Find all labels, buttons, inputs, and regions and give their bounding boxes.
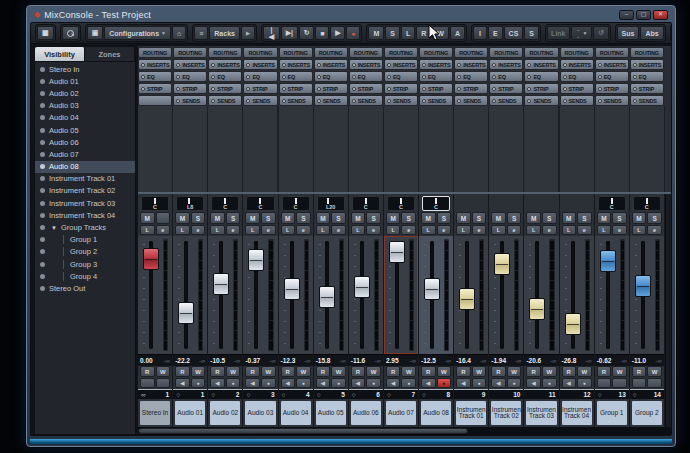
monitor-button[interactable]: ◀ <box>245 378 260 388</box>
channel-name[interactable]: Audio 08 <box>420 400 452 426</box>
read-button[interactable]: R <box>421 366 436 377</box>
pan-control[interactable]: C <box>282 196 310 211</box>
scrollbar-thumb[interactable] <box>138 428 468 434</box>
fader-cap[interactable] <box>284 278 300 300</box>
edit-button[interactable]: e <box>261 225 276 235</box>
read-button[interactable]: R <box>351 366 366 377</box>
write-button[interactable]: W <box>472 366 487 377</box>
stop-button[interactable]: ■ <box>315 26 329 40</box>
record-button[interactable]: ● <box>346 26 360 40</box>
solo-button[interactable]: S <box>577 212 592 224</box>
sus-button[interactable]: Sus <box>617 26 640 40</box>
solo-button[interactable] <box>156 212 171 224</box>
edit-button[interactable]: e <box>437 225 452 235</box>
sidebar-tab-visibility[interactable]: Visibility <box>35 47 85 61</box>
rack-strip[interactable]: STRIP <box>243 83 277 94</box>
horizontal-scrollbar[interactable] <box>138 427 671 435</box>
fader[interactable] <box>388 238 406 352</box>
rack-inserts[interactable]: INSERTS <box>349 59 383 70</box>
rack-sends[interactable]: SENDS <box>630 95 664 106</box>
rack-inserts[interactable]: INSERTS <box>489 59 523 70</box>
monitor-button[interactable] <box>632 378 647 388</box>
monitor-button[interactable]: ◀ <box>526 378 541 388</box>
global-a-button[interactable]: A <box>450 26 465 40</box>
write-button[interactable]: W <box>437 366 452 377</box>
write-button[interactable]: W <box>226 366 241 377</box>
mute-button[interactable]: M <box>456 212 471 224</box>
rack-routing[interactable]: ROUTING <box>524 47 558 58</box>
rack-strip[interactable]: STRIP <box>419 83 453 94</box>
rack-routing[interactable]: ROUTING <box>349 47 383 58</box>
edit-button[interactable]: e <box>647 225 662 235</box>
rack-routing[interactable]: ROUTING <box>419 47 453 58</box>
record-button[interactable]: ● <box>296 378 311 388</box>
edit-button[interactable]: e <box>296 225 311 235</box>
fader[interactable] <box>564 238 582 352</box>
fader-cap[interactable] <box>424 278 440 300</box>
sidebar-item-instrument-track-01[interactable]: ▼ Instrument Track 01 <box>35 173 135 185</box>
rack-eq[interactable]: EQ <box>630 71 664 82</box>
write-button[interactable]: W <box>507 366 522 377</box>
sidebar-item-stereo-out[interactable]: ▼ Stereo Out <box>35 282 135 294</box>
channel-name[interactable]: Instrumen Track 04 <box>561 400 593 426</box>
listen-button[interactable]: L <box>421 225 436 235</box>
listen-button[interactable]: L <box>210 225 225 235</box>
rack-strip[interactable]: STRIP <box>454 83 488 94</box>
read-button[interactable]: R <box>281 366 296 377</box>
sidebar-tab-zones[interactable]: Zones <box>85 47 135 61</box>
record-button[interactable] <box>612 378 627 388</box>
solo-button[interactable]: S <box>647 212 662 224</box>
edit-button[interactable]: e <box>191 225 206 235</box>
channel-name[interactable]: Audio 07 <box>385 400 417 426</box>
channel-name[interactable]: Audio 01 <box>174 400 206 426</box>
mute-button[interactable]: M <box>562 212 577 224</box>
sidebar-item-audio-06[interactable]: ▼ Audio 06 <box>35 136 135 148</box>
rack-strip[interactable]: STRIP <box>314 83 348 94</box>
rack-routing[interactable]: ROUTING <box>208 47 242 58</box>
channel-name[interactable]: Audio 02 <box>209 400 241 426</box>
read-button[interactable]: R <box>632 366 647 377</box>
play-button[interactable]: ▶ <box>330 26 345 40</box>
fader[interactable] <box>353 238 371 352</box>
record-button[interactable]: ● <box>331 378 346 388</box>
sidebar-item-group-2[interactable]: ▼ Group 2 <box>35 246 135 258</box>
rack-routing[interactable]: ROUTING <box>630 47 664 58</box>
pan-control[interactable]: C <box>633 196 661 211</box>
solo-button[interactable]: S <box>366 212 381 224</box>
sidebar-item-audio-05[interactable]: ▼ Audio 05 <box>35 124 135 136</box>
listen-button[interactable]: L <box>175 225 190 235</box>
rack-eq[interactable]: EQ <box>279 71 313 82</box>
monitor-button[interactable]: ◀ <box>175 378 190 388</box>
write-button[interactable]: W <box>296 366 311 377</box>
rack-inserts[interactable]: INSERTS <box>208 59 242 70</box>
sidebar-item-audio-07[interactable]: ▼ Audio 07 <box>35 148 135 160</box>
rack-eq[interactable]: EQ <box>208 71 242 82</box>
write-button[interactable]: W <box>612 366 627 377</box>
titlebar[interactable]: ◆ MixConsole - Test Project – ▢ ✕ <box>30 7 672 22</box>
configurations-dropdown[interactable]: Configurations▼ <box>104 26 171 40</box>
record-button[interactable] <box>647 378 662 388</box>
rack-inserts[interactable]: INSERTS <box>279 59 313 70</box>
monitor-button[interactable]: ◀ <box>281 378 296 388</box>
edit-button[interactable]: e <box>472 225 487 235</box>
rack-inserts[interactable]: INSERTS <box>138 59 172 70</box>
rack-sends[interactable]: SENDS <box>173 95 207 106</box>
monitor-button[interactable]: ◀ <box>210 378 225 388</box>
rack-sends[interactable]: SENDS <box>349 95 383 106</box>
channel-name[interactable]: Instrumen Track 02 <box>490 400 522 426</box>
rack-inserts[interactable]: INSERTS <box>419 59 453 70</box>
read-button[interactable]: R <box>597 366 612 377</box>
rack-strip[interactable]: STRIP <box>524 83 558 94</box>
fader[interactable] <box>247 238 265 352</box>
channel-name[interactable]: Group 2 <box>631 400 663 426</box>
record-button[interactable]: ● <box>472 378 487 388</box>
monitor-button[interactable] <box>597 378 612 388</box>
edit-button[interactable]: e <box>612 225 627 235</box>
go-to-previous-marker-button[interactable]: |◀ <box>263 26 280 40</box>
rack-routing[interactable]: ROUTING <box>279 47 313 58</box>
channel-name[interactable]: Instrumen Track 03 <box>525 400 557 426</box>
mute-button[interactable]: M <box>491 212 506 224</box>
rack-routing[interactable]: ROUTING <box>243 47 277 58</box>
record-button[interactable]: ● <box>226 378 241 388</box>
write-button[interactable]: W <box>191 366 206 377</box>
